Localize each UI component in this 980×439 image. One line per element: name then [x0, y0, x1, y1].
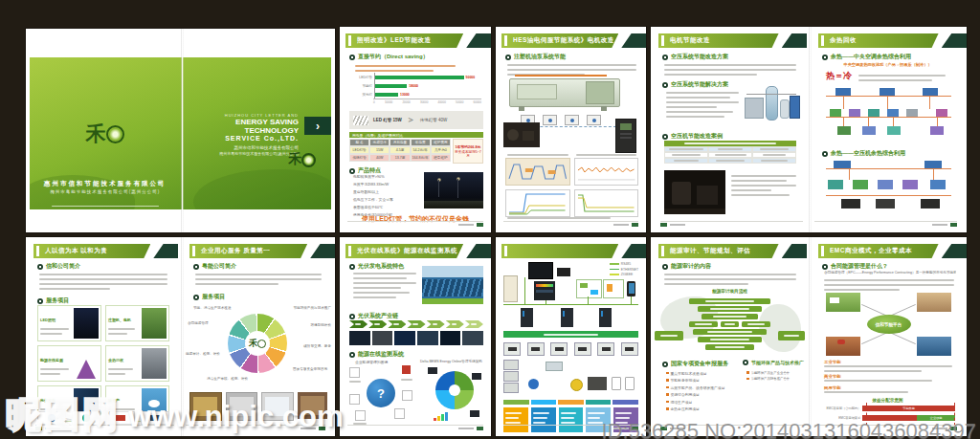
decor [828, 180, 843, 189]
decor [437, 416, 440, 421]
wheel-label: 节能、清洁生产技术改造 [193, 306, 232, 310]
spread-audit-emc: 能源审计、节能规划、评估 能源审计的内容 能源审计项目流程 [651, 237, 967, 436]
text-line [505, 417, 519, 419]
text-line [824, 279, 954, 281]
dot [666, 401, 669, 404]
text-line [39, 288, 110, 290]
decor [148, 400, 160, 407]
page-network: RS485 ETHERNET ZIGBEE [496, 237, 646, 436]
text-line [401, 379, 412, 381]
text-line [40, 368, 69, 370]
wheel-label: 碳排放交易、服务 [303, 344, 331, 348]
li: 资源综合利用项目 [666, 392, 739, 397]
page-emc: EMC商业模式，企业零成本 合同能源管理是什么？ 合同能源管理（EPC——Ene… [809, 237, 967, 436]
sec: 能源在线监测系统 [349, 350, 404, 359]
decor [862, 126, 876, 135]
text-line [72, 209, 139, 210]
card-title: LED照明 [40, 318, 56, 322]
meter-row [503, 342, 638, 356]
decor: 注塑机、电机 [108, 308, 140, 339]
decor [536, 290, 553, 293]
text-line [710, 308, 749, 310]
decor [837, 340, 845, 344]
text-line [669, 148, 702, 150]
li: 节能环保产品销售推广合作 [746, 377, 804, 381]
chevron-right-icon: › [316, 121, 320, 132]
decor [349, 367, 360, 378]
emc-platform-diagram: 信和节能平台 [820, 293, 957, 356]
cover-cn-1: 惠州市信和节能技术服务有限公司 [181, 145, 300, 150]
address-block [30, 203, 181, 209]
decor [349, 394, 360, 405]
category-strip [503, 400, 638, 405]
decor [607, 284, 612, 292]
chain-photo [417, 331, 438, 345]
control-panel [534, 281, 555, 300]
platform-ellipse: 信和节能平台 [867, 315, 911, 334]
decor [506, 159, 569, 185]
paragraph [824, 276, 954, 291]
text-line [533, 422, 546, 424]
section-title: 空压系统节能改造方案 [671, 53, 728, 61]
decor [580, 283, 588, 288]
decor [936, 109, 947, 117]
n [661, 35, 664, 46]
tc [752, 158, 796, 164]
bottom-note [507, 214, 629, 219]
d [466, 33, 491, 48]
thermostat [625, 377, 635, 390]
decor: 传统灯管 40W [420, 118, 448, 122]
current-noise-chart [574, 158, 639, 186]
text-line [195, 283, 278, 285]
decor [503, 371, 519, 382]
gd [458, 428, 474, 429]
text-line [824, 365, 952, 367]
n [348, 35, 351, 46]
decor [849, 109, 860, 117]
hdr: 照明改造》LED节能改造 [345, 33, 491, 48]
text-line [615, 422, 628, 424]
bems-caption: Delta BEMS Energy Online管理系统架构 [420, 360, 482, 363]
lt: 余热余压利用项目 [671, 406, 700, 411]
decor [834, 161, 851, 168]
decor: RS485 [610, 262, 638, 266]
sec: 余热——中央空调余热综合利用 [822, 53, 911, 61]
hdr: 人以信为本 以和为贵 [33, 244, 178, 258]
decor: 0 [373, 100, 375, 104]
hot-cold-mark: 热＝冷 [826, 70, 852, 82]
decor [508, 347, 517, 351]
hot-cold-note [858, 72, 950, 81]
text-line [824, 380, 932, 382]
flow [693, 329, 767, 335]
text-line [824, 284, 954, 286]
text-line [353, 296, 396, 298]
ft [814, 425, 957, 430]
page-title: 能源审计、节能规划、评估 [670, 244, 750, 258]
cover-en-title-1: ENERGY SAVING TECHNOLOGY [181, 118, 300, 135]
li: 余热余压利用项目 [666, 406, 739, 411]
text-line [561, 422, 576, 424]
decor [631, 296, 632, 304]
text-line [533, 412, 549, 414]
decor [509, 194, 566, 212]
section-title: 信和公司简介 [46, 262, 80, 271]
logo-glyph: 禾 [249, 338, 257, 350]
scada-box [576, 279, 602, 298]
decor [830, 297, 839, 303]
d [942, 244, 967, 258]
paragraph [39, 271, 167, 290]
decor [526, 119, 530, 122]
decor [835, 88, 851, 96]
plant-photo [588, 377, 607, 390]
chart-bar-row: LED灯管50000 [349, 73, 481, 81]
decor [394, 408, 405, 419]
legend-label: ETHERNET [621, 268, 638, 272]
flow [698, 337, 763, 342]
hdr [501, 244, 646, 258]
n [348, 246, 351, 256]
solar-farm-photo [422, 266, 483, 304]
text-line [588, 422, 602, 424]
decor [826, 117, 951, 118]
gd [458, 224, 474, 226]
text-line [195, 278, 322, 280]
